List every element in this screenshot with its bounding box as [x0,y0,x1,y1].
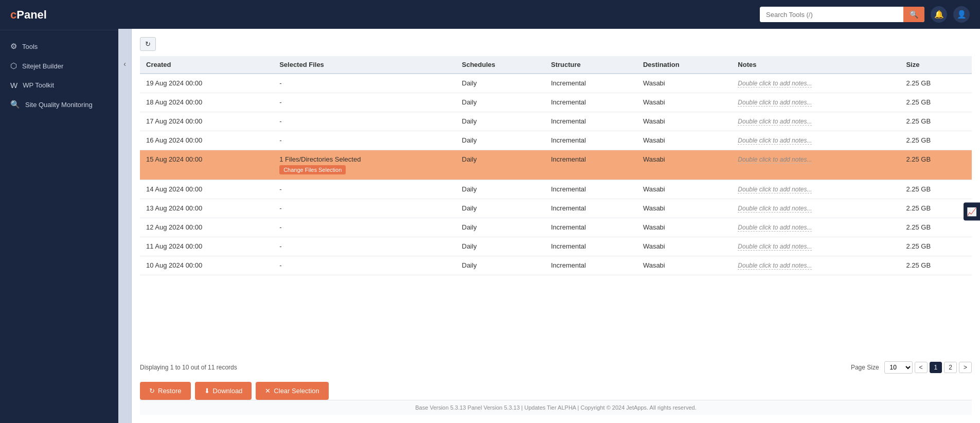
prev-page-button[interactable]: < [915,362,928,373]
cell-notes[interactable]: Double click to add notes... [732,74,900,93]
cell-notes[interactable]: Double click to add notes... [732,256,900,275]
table-wrapper: Created Selected Files Schedules Structu… [140,56,972,355]
col-destination: Destination [637,56,732,74]
next-page-button[interactable]: > [959,362,972,373]
cell-schedules: Daily [456,199,545,218]
notes-text[interactable]: Double click to add notes... [738,205,812,213]
search-button[interactable]: 🔍 [903,7,924,22]
download-button[interactable]: ⬇ Download [195,382,252,400]
cell-created: 14 Aug 2024 00:00 [140,180,273,199]
notes-text[interactable]: Double click to add notes... [738,243,812,251]
cell-schedules: Daily [456,256,545,275]
cell-destination: Wasabi [637,180,732,199]
notes-text[interactable]: Double click to add notes... [738,156,812,164]
cell-created: 19 Aug 2024 00:00 [140,74,273,93]
cell-created: 12 Aug 2024 00:00 [140,218,273,237]
cell-notes[interactable]: Double click to add notes... [732,150,900,180]
cell-created: 11 Aug 2024 00:00 [140,237,273,256]
cell-size: 2.25 GB [900,74,972,93]
cell-notes[interactable]: Double click to add notes... [732,180,900,199]
cell-size: 2.25 GB [900,256,972,275]
table-row[interactable]: 11 Aug 2024 00:00-DailyIncrementalWasabi… [140,237,972,256]
cell-schedules: Daily [456,74,545,93]
cell-schedules: Daily [456,237,545,256]
notifications-button[interactable]: 🔔 [931,6,947,23]
cell-notes[interactable]: Double click to add notes... [732,237,900,256]
sidebar-item-site-quality-monitoring[interactable]: 🔍 Site Quality Monitoring [0,95,118,114]
analytics-icon: 📈 [967,207,977,216]
cell-size: 2.25 GB [900,150,972,180]
action-buttons: ↻ Restore ⬇ Download ✕ Clear Selection [140,382,972,400]
sitejet-icon: ⬡ [10,61,17,70]
cell-size: 2.25 GB [900,218,972,237]
table-row[interactable]: 17 Aug 2024 00:00-DailyIncrementalWasabi… [140,112,972,131]
refresh-button[interactable]: ↻ [140,37,156,51]
search-bar: 🔍 [760,7,924,22]
collapse-toggle[interactable]: ‹ [118,29,132,423]
cell-selected-files: - [273,93,456,112]
search-input[interactable] [760,7,903,22]
restore-icon: ↻ [149,387,155,395]
cell-notes[interactable]: Double click to add notes... [732,218,900,237]
sidebar-item-wp-toolkit[interactable]: W WP Toolkit [0,76,118,95]
restore-button[interactable]: ↻ Restore [140,382,191,400]
sidebar-item-sitejet-builder[interactable]: ⬡ Sitejet Builder [0,56,118,76]
sidebar-item-label: WP Toolkit [23,81,54,89]
page-size-select[interactable]: 10 25 50 100 [884,361,913,374]
cell-selected-files: - [273,180,456,199]
clear-selection-button[interactable]: ✕ Clear Selection [256,382,328,400]
restore-label: Restore [158,387,182,395]
cell-schedules: Daily [456,112,545,131]
cell-destination: Wasabi [637,74,732,93]
table-row[interactable]: 15 Aug 2024 00:001 Files/Directories Sel… [140,150,972,180]
cell-structure: Incremental [545,131,637,150]
sidebar-item-tools[interactable]: ⚙ Tools [0,37,118,56]
cell-destination: Wasabi [637,93,732,112]
sidebar-item-label: Sitejet Builder [22,62,63,70]
cell-size: 2.25 GB [900,199,972,218]
notes-text[interactable]: Double click to add notes... [738,224,812,232]
cell-destination: Wasabi [637,237,732,256]
notes-text[interactable]: Double click to add notes... [738,186,812,193]
cell-schedules: Daily [456,131,545,150]
cell-destination: Wasabi [637,150,732,180]
cell-notes[interactable]: Double click to add notes... [732,131,900,150]
table-row[interactable]: 18 Aug 2024 00:00-DailyIncrementalWasabi… [140,93,972,112]
page-1-button[interactable]: 1 [930,362,942,373]
table-body: 19 Aug 2024 00:00-DailyIncrementalWasabi… [140,74,972,275]
clear-label: Clear Selection [274,387,319,395]
cell-structure: Incremental [545,93,637,112]
header: 🔍 🔔 👤 [118,0,980,29]
analytics-side-button[interactable]: 📈 [964,203,980,221]
table-row[interactable]: 16 Aug 2024 00:00-DailyIncrementalWasabi… [140,131,972,150]
notes-text[interactable]: Double click to add notes... [738,262,812,270]
footer: Base Version 5.3.13 Panel Version 5.3.13… [140,400,972,415]
cell-notes[interactable]: Double click to add notes... [732,199,900,218]
notes-text[interactable]: Double click to add notes... [738,99,812,107]
table-row[interactable]: 12 Aug 2024 00:00-DailyIncrementalWasabi… [140,218,972,237]
notes-text[interactable]: Double click to add notes... [738,137,812,145]
pagination-controls: Page Size 10 25 50 100 < 1 2 > [851,361,972,374]
user-button[interactable]: 👤 [953,6,970,23]
table-row[interactable]: 14 Aug 2024 00:00-DailyIncrementalWasabi… [140,180,972,199]
cell-notes[interactable]: Double click to add notes... [732,93,900,112]
sidebar-nav: ⚙ Tools ⬡ Sitejet Builder W WP Toolkit 🔍… [0,30,118,120]
cell-destination: Wasabi [637,112,732,131]
cell-structure: Incremental [545,199,637,218]
table-row[interactable]: 10 Aug 2024 00:00-DailyIncrementalWasabi… [140,256,972,275]
change-files-button[interactable]: Change Files Selection [279,165,346,174]
cell-selected-files[interactable]: 1 Files/Directories SelectedChange Files… [273,150,456,180]
table-row[interactable]: 19 Aug 2024 00:00-DailyIncrementalWasabi… [140,74,972,93]
notes-text[interactable]: Double click to add notes... [738,118,812,126]
sidebar-item-label: Site Quality Monitoring [25,101,93,109]
cell-selected-files: - [273,237,456,256]
table-row[interactable]: 13 Aug 2024 00:00-DailyIncrementalWasabi… [140,199,972,218]
logo-text: cPanel [10,8,47,21]
page-2-button[interactable]: 2 [944,362,957,373]
notes-text[interactable]: Double click to add notes... [738,80,812,87]
cell-size: 2.25 GB [900,131,972,150]
cell-structure: Incremental [545,74,637,93]
cell-notes[interactable]: Double click to add notes... [732,112,900,131]
main-panel: ↻ Created Selected Files Schedules Struc… [132,29,980,423]
toolbar: ↻ [140,37,972,51]
